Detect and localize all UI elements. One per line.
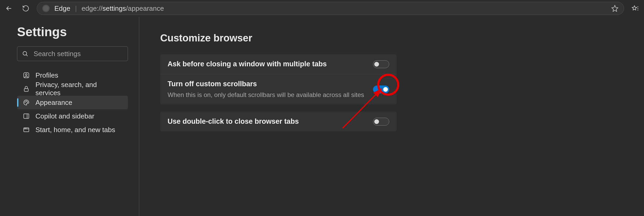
refresh-icon xyxy=(22,5,29,12)
svg-point-0 xyxy=(23,52,27,55)
address-url: edge://settings/appearance xyxy=(82,4,164,13)
tabs-icon xyxy=(23,126,30,133)
palette-icon xyxy=(23,99,30,106)
toggle-double-click-close[interactable] xyxy=(373,118,389,126)
settings-content: Customize browser Ask before closing a w… xyxy=(139,17,644,216)
toggle-custom-scrollbars[interactable] xyxy=(373,85,389,93)
svg-point-6 xyxy=(27,102,28,102)
svg-rect-7 xyxy=(24,114,29,118)
svg-point-4 xyxy=(25,102,25,102)
search-icon xyxy=(22,51,28,57)
nav-profiles[interactable]: Profiles xyxy=(17,68,128,82)
browser-toolbar: Edge | edge://settings/appearance xyxy=(0,0,644,17)
favorites-button[interactable] xyxy=(629,3,641,14)
nav-label: Start, home, and new tabs xyxy=(35,126,115,134)
star-icon[interactable] xyxy=(611,5,619,12)
edge-icon xyxy=(42,5,50,12)
nav-label: Copilot and sidebar xyxy=(35,112,94,120)
nav-label: Appearance xyxy=(35,99,72,107)
setting-row-double-click-close: Use double-click to close browser tabs xyxy=(160,112,397,131)
sidebar-icon xyxy=(23,113,30,120)
lock-icon xyxy=(23,85,30,92)
row-title: Ask before closing a window with multipl… xyxy=(168,60,373,68)
settings-sidebar: Settings Profiles Privacy, search, and s… xyxy=(0,17,139,216)
arrow-left-icon xyxy=(5,4,13,12)
nav-appearance[interactable]: Appearance xyxy=(17,96,128,109)
toggle-ask-before-close[interactable] xyxy=(373,60,389,68)
search-input[interactable] xyxy=(34,50,123,58)
favorites-list-icon xyxy=(631,4,639,12)
nav-privacy[interactable]: Privacy, search, and services xyxy=(17,82,128,96)
settings-card-2: Use double-click to close browser tabs xyxy=(160,112,397,131)
nav-label: Privacy, search, and services xyxy=(35,81,122,97)
settings-search[interactable] xyxy=(17,46,128,61)
nav-start-home[interactable]: Start, home, and new tabs xyxy=(17,123,128,137)
settings-card-1: Ask before closing a window with multipl… xyxy=(160,54,397,104)
address-separator: | xyxy=(75,4,77,13)
nav-copilot[interactable]: Copilot and sidebar xyxy=(17,109,128,123)
row-title: Use double-click to close browser tabs xyxy=(168,117,373,126)
svg-point-5 xyxy=(26,101,27,101)
address-brand: Edge xyxy=(54,4,70,13)
settings-nav: Profiles Privacy, search, and services A… xyxy=(17,68,139,137)
row-title: Turn off custom scrollbars xyxy=(168,80,373,88)
refresh-button[interactable] xyxy=(20,3,32,14)
svg-rect-8 xyxy=(24,128,29,132)
section-title: Customize browser xyxy=(160,33,644,44)
setting-row-custom-scrollbars: Turn off custom scrollbars When this is … xyxy=(160,74,397,104)
svg-rect-1 xyxy=(24,73,29,78)
row-description: When this is on, only default scrollbars… xyxy=(168,91,373,99)
setting-row-ask-before-close: Ask before closing a window with multipl… xyxy=(160,54,397,74)
svg-point-2 xyxy=(25,74,27,76)
profile-icon xyxy=(23,72,30,79)
back-button[interactable] xyxy=(3,3,15,14)
address-bar[interactable]: Edge | edge://settings/appearance xyxy=(37,2,624,15)
settings-title: Settings xyxy=(17,25,139,39)
nav-label: Profiles xyxy=(35,71,58,79)
svg-rect-3 xyxy=(24,89,28,91)
